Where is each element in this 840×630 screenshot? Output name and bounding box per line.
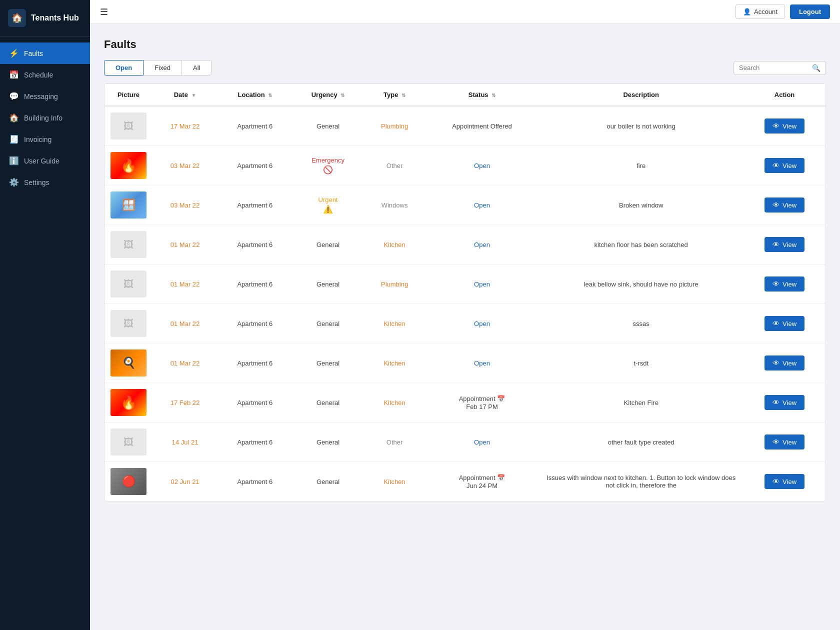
sidebar-item-label: Building Info (24, 114, 62, 122)
action-cell: 👁 View (744, 146, 826, 186)
col-date[interactable]: Date ▼ (152, 84, 218, 106)
type-cell: Kitchen (364, 462, 425, 502)
location-cell: Apartment 6 (218, 344, 292, 383)
menu-toggle[interactable]: ☰ (100, 6, 108, 18)
sidebar-item-user-guide[interactable]: ℹ️ User Guide (0, 150, 90, 172)
eye-icon: 👁 (772, 162, 780, 170)
logo-icon: 🏠 (8, 9, 26, 27)
view-button[interactable]: 👁 View (764, 434, 804, 450)
logout-button[interactable]: Logout (790, 4, 830, 19)
status-badge: Appointment 📅Jun 24 PM (432, 474, 533, 490)
table-row: 🔥 03 Mar 22 Apartment 6 Emergency🚫 Other… (104, 146, 826, 186)
urgency-badge: General (316, 241, 340, 248)
location-cell: Apartment 6 (218, 225, 292, 264)
table-row: 🖼 17 Mar 22 Apartment 6 General Plumbing… (104, 106, 826, 146)
view-button[interactable]: 👁 View (764, 198, 804, 212)
urgency-cell: General (292, 106, 364, 146)
urgency-badge: General (316, 360, 340, 367)
type-cell: Kitchen (364, 304, 425, 344)
header-right: 👤 Account Logout (736, 4, 830, 19)
search-input[interactable] (739, 64, 809, 72)
description-cell: fire (538, 146, 744, 186)
view-button[interactable]: 👁 View (764, 118, 804, 134)
sidebar-item-schedule[interactable]: 📅 Schedule (0, 64, 90, 86)
tab-open[interactable]: Open (104, 60, 144, 76)
status-badge: Open (474, 202, 490, 209)
status-cell: Open (426, 304, 539, 344)
urgency-cell: General (292, 344, 364, 383)
urgency-cell: General (292, 264, 364, 304)
view-button[interactable]: 👁 View (764, 237, 804, 252)
pic-placeholder: 🖼 (110, 112, 146, 140)
location-cell: Apartment 6 (218, 186, 292, 225)
sidebar-item-label: Settings (24, 178, 50, 186)
view-button[interactable]: 👁 View (764, 474, 804, 489)
account-label: Account (754, 8, 778, 16)
pic-placeholder: 🖼 (110, 270, 146, 298)
view-button[interactable]: 👁 View (764, 158, 804, 173)
location-cell: Apartment 6 (218, 422, 292, 462)
type-cell: Kitchen (364, 383, 425, 422)
status-badge: Appointment Offered (432, 122, 533, 130)
sidebar-item-messaging[interactable]: 💬 Messaging (0, 86, 90, 107)
table-row: 🖼 14 Jul 21 Apartment 6 General Other Op… (104, 422, 826, 462)
date-cell: 03 Mar 22 (152, 146, 218, 186)
sidebar-nav: ⚡ Faults 📅 Schedule 💬 Messaging 🏠 Buildi… (0, 36, 90, 199)
account-button[interactable]: 👤 Account (736, 4, 785, 19)
eye-icon: 👁 (772, 201, 780, 209)
status-badge: Open (474, 320, 490, 328)
window-circle-image: 🔴 (110, 468, 146, 495)
table-row: 🪟 03 Mar 22 Apartment 6 Urgent⚠️ Windows… (104, 186, 826, 225)
search-box: 🔍 (734, 61, 826, 75)
header-left: ☰ (100, 6, 108, 18)
col-urgency[interactable]: Urgency ⇅ (292, 84, 364, 106)
view-button[interactable]: 👁 View (764, 316, 804, 331)
tabs-group: Open Fixed All (104, 60, 211, 76)
action-cell: 👁 View (744, 225, 826, 264)
app-name: Tenants Hub (31, 14, 79, 22)
location-cell: Apartment 6 (218, 106, 292, 146)
description-cell: t-rsdt (538, 344, 744, 383)
window-image: 🪟 (110, 192, 146, 218)
urgency-badge: General (316, 438, 340, 446)
picture-cell: 🖼 (104, 422, 152, 462)
urgency-badge: Emergency🚫 (298, 156, 358, 174)
location-cell: Apartment 6 (218, 462, 292, 502)
col-description: Description (538, 84, 744, 106)
status-cell: Appointment 📅Feb 17 PM (426, 383, 539, 422)
status-badge: Open (474, 360, 490, 367)
col-status[interactable]: Status ⇅ (426, 84, 539, 106)
col-type[interactable]: Type ⇅ (364, 84, 425, 106)
header: ☰ 👤 Account Logout (90, 0, 840, 24)
status-cell: Open (426, 146, 539, 186)
status-badge: Open (474, 280, 490, 288)
col-location[interactable]: Location ⇅ (218, 84, 292, 106)
sidebar: 🏠 Tenants Hub ⚡ Faults 📅 Schedule 💬 Mess… (0, 0, 90, 630)
type-cell: Windows (364, 186, 425, 225)
view-button[interactable]: 👁 View (764, 395, 804, 410)
date-cell: 14 Jul 21 (152, 422, 218, 462)
sidebar-item-building-info[interactable]: 🏠 Building Info (0, 107, 90, 128)
sidebar-item-invoicing[interactable]: 🧾 Invoicing (0, 128, 90, 150)
status-cell: Appointment 📅Jun 24 PM (426, 462, 539, 502)
messaging-icon: 💬 (9, 92, 19, 101)
page-title: Faults (104, 38, 826, 51)
view-button[interactable]: 👁 View (764, 276, 804, 292)
sidebar-item-faults[interactable]: ⚡ Faults (0, 42, 90, 64)
action-cell: 👁 View (744, 422, 826, 462)
sidebar-item-label: Faults (24, 50, 43, 58)
view-button[interactable]: 👁 View (764, 356, 804, 370)
col-picture: Picture (104, 84, 152, 106)
status-cell: Open (426, 344, 539, 383)
building-icon: 🏠 (9, 113, 19, 122)
description-cell: our boiler is not working (538, 106, 744, 146)
eye-icon: 👁 (772, 438, 780, 446)
sidebar-item-settings[interactable]: ⚙️ Settings (0, 172, 90, 193)
search-icon: 🔍 (812, 64, 820, 72)
invoicing-icon: 🧾 (9, 134, 19, 144)
tab-fixed[interactable]: Fixed (143, 60, 182, 76)
urgency-cell: Emergency🚫 (292, 146, 364, 186)
tab-all[interactable]: All (182, 60, 212, 76)
toolbar: Open Fixed All 🔍 (104, 60, 826, 76)
urgency-cell: General (292, 304, 364, 344)
